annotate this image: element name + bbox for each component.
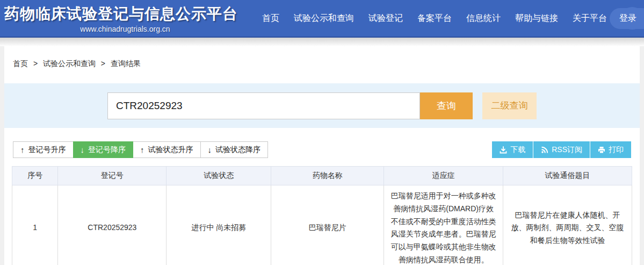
breadcrumb-separator: > — [101, 59, 105, 68]
arrow-up-icon: ↑ — [20, 145, 25, 154]
site-url: www.chinadrugtrials.org.cn — [4, 25, 246, 33]
header-drug-name: 药物名称 — [271, 167, 384, 185]
login-button[interactable]: 登录 — [610, 8, 644, 29]
search-input[interactable] — [107, 92, 420, 119]
sort-button-label: 试验状态降序 — [215, 145, 261, 155]
cell-registration-no[interactable]: CTR20252923 — [58, 185, 167, 265]
arrow-down-icon: ↓ — [81, 145, 85, 154]
nav-item-about[interactable]: 关于平台 — [573, 13, 607, 24]
header-index: 序号 — [12, 167, 58, 185]
content-card: 首页 > 试验公示和查询 > 查询结果 查询 二级查询 ↑ 登记号升序 ↓ 登记… — [4, 46, 640, 265]
tool-button-label: 打印 — [609, 145, 624, 155]
download-button[interactable]: 下载 — [492, 141, 533, 158]
cell-index: 1 — [12, 185, 58, 265]
site-brand: 药物临床试验登记与信息公示平台 www.chinadrugtrials.org.… — [4, 4, 246, 33]
header-registration-no: 登记号 — [58, 167, 167, 185]
breadcrumb: 首页 > 试验公示和查询 > 查询结果 — [4, 46, 640, 68]
arrow-up-icon: ↑ — [140, 145, 144, 154]
nav-item-home[interactable]: 首页 — [262, 13, 279, 24]
breadcrumb-separator: > — [33, 59, 38, 68]
nav-item-statistics[interactable]: 信息统计 — [466, 13, 501, 24]
main-nav: 首页 试验公示和查询 试验登记 备案平台 信息统计 帮助与链接 关于平台 — [262, 13, 607, 24]
header-trial-status: 试验状态 — [167, 167, 271, 185]
sort-status-asc-button[interactable]: ↑ 试验状态升序 — [133, 141, 201, 158]
rss-icon — [541, 146, 548, 154]
sort-status-desc-button[interactable]: ↓ 试验状态降序 — [200, 141, 269, 158]
sort-button-label: 登记号升序 — [28, 145, 66, 155]
header-shadow — [0, 38, 644, 46]
rss-subscribe-button[interactable]: RSS订阅 — [533, 141, 590, 158]
nav-item-filing-platform[interactable]: 备案平台 — [417, 13, 452, 24]
printer-icon — [598, 146, 605, 154]
breadcrumb-current: 查询结果 — [111, 59, 141, 68]
search-band: 查询 二级查询 — [4, 83, 640, 128]
tool-button-label: 下载 — [510, 145, 525, 155]
nav-item-trial-registration[interactable]: 试验登记 — [368, 13, 403, 24]
table-header-row: 序号 登记号 试验状态 药物名称 适应症 试验通俗题目 — [12, 167, 632, 185]
results-table: 序号 登记号 试验状态 药物名称 适应症 试验通俗题目 1 CTR2025292… — [12, 166, 632, 265]
cell-public-title: 巴瑞替尼片在健康人体随机、开放、两制剂、两周期、交叉、空腹和餐后生物等效性试验 — [503, 185, 632, 265]
cell-drug-name: 巴瑞替尼片 — [271, 185, 384, 265]
sort-button-label: 登记号降序 — [88, 145, 126, 155]
nav-item-trial-search[interactable]: 试验公示和查询 — [294, 13, 354, 24]
download-icon — [500, 146, 507, 154]
arrow-down-icon: ↓ — [208, 145, 212, 154]
header-indication: 适应症 — [384, 167, 503, 185]
query-button[interactable]: 查询 — [420, 92, 473, 119]
tools-button-group: 下载 RSS订阅 打印 — [492, 141, 631, 158]
sort-regno-desc-button[interactable]: ↓ 登记号降序 — [73, 141, 134, 158]
top-header: 药物临床试验登记与信息公示平台 www.chinadrugtrials.org.… — [0, 0, 644, 38]
sort-button-label: 试验状态升序 — [148, 145, 193, 155]
header-public-title: 试验通俗题目 — [503, 167, 632, 185]
site-title: 药物临床试验登记与信息公示平台 — [4, 4, 246, 24]
tool-button-label: RSS订阅 — [552, 145, 582, 155]
actions-row: ↑ 登记号升序 ↓ 登记号降序 ↑ 试验状态升序 ↓ 试验状态降序 — [13, 141, 631, 158]
table-row[interactable]: 1 CTR20252923 进行中 尚未招募 巴瑞替尼片 巴瑞替尼适用于对一种或… — [12, 185, 632, 265]
secondary-query-button[interactable]: 二级查询 — [482, 92, 537, 119]
sort-regno-asc-button[interactable]: ↑ 登记号升序 — [13, 141, 74, 158]
sort-button-group: ↑ 登记号升序 ↓ 登记号降序 ↑ 试验状态升序 ↓ 试验状态降序 — [13, 141, 267, 158]
cell-indication: 巴瑞替尼适用于对一种或多种改善病情抗风湿药(DMARD)疗效不佳或不耐受的中重度… — [384, 185, 503, 265]
breadcrumb-home[interactable]: 首页 — [13, 59, 28, 68]
breadcrumb-trial-search[interactable]: 试验公示和查询 — [43, 59, 96, 68]
cell-trial-status: 进行中 尚未招募 — [167, 185, 271, 265]
nav-item-help-links[interactable]: 帮助与链接 — [515, 13, 558, 24]
print-button[interactable]: 打印 — [590, 141, 631, 158]
